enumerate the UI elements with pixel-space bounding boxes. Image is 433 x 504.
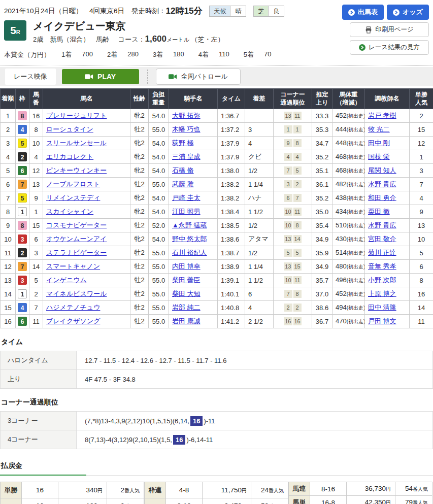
horse-name-cell: スマートキャノン <box>43 260 130 274</box>
jockey-name-link[interactable]: 木幡 巧也 <box>172 125 201 133</box>
win-popularity: 13 <box>410 219 433 232</box>
jockey-name-link[interactable]: 武藤 雅 <box>172 180 194 188</box>
trainer-name-link[interactable]: 牧 光二 <box>368 125 390 133</box>
corner-positions-cell: 98 <box>274 137 312 150</box>
result-row: 1412マイネルビスワール牡255.0柴田 大知1:40.167837.0452… <box>1 287 433 301</box>
trainer-name-link[interactable]: 栗田 徹 <box>368 208 390 215</box>
horse-name-link[interactable]: ノーブルフロスト <box>46 180 100 188</box>
frame-cell: 6 <box>16 315 29 328</box>
trainer-name-link[interactable]: 宮田 敬介 <box>368 235 396 243</box>
result-row: 1547ハジメテノチュウ牡255.0岩部 純二1:40.842238.6494(… <box>1 301 433 315</box>
horse-name-link[interactable]: スカイシャイン <box>46 208 93 215</box>
jockey-name-link[interactable]: 大野 拓弥 <box>172 112 201 119</box>
win-popularity: 16 <box>410 287 433 301</box>
horse-name-link[interactable]: ブレイクザソング <box>46 317 100 325</box>
trainer-name-link[interactable]: 田中 剛 <box>368 139 390 147</box>
jockey-name-link[interactable]: 柴田 善臣 <box>172 276 201 284</box>
payout-popularity-cell: 24番人気 <box>251 482 288 498</box>
horse-name-link[interactable]: オウケンムーンアイ <box>46 235 107 243</box>
horse-name-link[interactable]: コスモナビゲーター <box>46 221 107 229</box>
trainer-name-link[interactable]: 岩戸 孝樹 <box>368 112 396 119</box>
corner-positions-cell: 1011 <box>274 274 312 287</box>
sex-age: 牡2 <box>130 260 149 274</box>
horse-weight: 452 <box>336 112 347 119</box>
jockey-name-link[interactable]: 野中 悠太郎 <box>172 235 207 243</box>
yen-suffix: 円 <box>97 488 103 493</box>
popularity-suffix: 番人気 <box>124 488 140 493</box>
jockey-name-link[interactable]: 荻野 極 <box>172 139 194 147</box>
play-button[interactable]: PLAY <box>62 69 139 84</box>
jockey-name-link[interactable]: 江田 照男 <box>172 208 201 215</box>
trainer-name-link[interactable]: 和田 勇介 <box>368 194 396 201</box>
horse-name-link[interactable]: ハジメテノチュウ <box>46 304 100 311</box>
odds-button[interactable]: オッズ <box>387 5 429 20</box>
payout-amount: 11,750 <box>221 486 242 494</box>
horse-name-link[interactable]: プレサージュリフト <box>46 112 107 119</box>
trainer-cell: 菊川 正達 <box>365 246 410 260</box>
finish-position: 10 <box>1 232 16 246</box>
frame-cell: 5 <box>16 191 29 205</box>
jockey-name-link[interactable]: 石川 裕紀人 <box>172 249 207 256</box>
estimated-last-3f: 34.7 <box>312 137 332 150</box>
jockey-cell: 岩部 純二 <box>169 301 218 315</box>
corner-positions-cell: 32 <box>274 178 312 191</box>
corner-position-badge: 7 <box>284 166 292 175</box>
trainer-name-link[interactable]: 上原 博之 <box>368 290 396 297</box>
table-row: 3コーナー(7,*8)13-4,3,9(2,12)10(1,5,15)(6,14… <box>1 412 433 430</box>
trainer-cell: 国枝 栄 <box>365 150 410 164</box>
win-popularity: 10 <box>410 232 433 246</box>
trainer-name-link[interactable]: 水野 貴広 <box>368 180 396 188</box>
horse-name-link[interactable]: エリカコレクト <box>46 153 93 160</box>
horse-name-link[interactable]: インゲニウム <box>46 276 87 284</box>
horse-name-link[interactable]: スリールサンセール <box>46 139 107 147</box>
corner-position-badge: 1 <box>284 125 292 133</box>
jockey-name-link[interactable]: 岩田 康誠 <box>172 317 201 325</box>
horse-name-link[interactable]: リメインステディ <box>46 194 100 201</box>
horse-name-link[interactable]: ピンキーウィンキー <box>46 166 107 174</box>
bet-type-label: ワイド <box>145 498 166 504</box>
carried-weight: 55.0 <box>149 315 169 328</box>
frame-number-badge: 6 <box>18 317 27 326</box>
trainer-name-link[interactable]: 水野 貴広 <box>368 221 396 229</box>
jockey-name-link[interactable]: 柴田 大知 <box>172 290 201 297</box>
margin: 6 <box>245 287 274 301</box>
results-guide-button[interactable]: レース結果の見方 <box>350 40 429 55</box>
entries-button-label: 出馬表 <box>358 8 378 17</box>
jockey-name-link[interactable]: ▲永野 猛蔵 <box>172 221 207 229</box>
margin: アタマ <box>245 232 274 246</box>
table-row: ハロンタイム 12.7 - 11.5 - 12.4 - 12.6 - 12.7 … <box>1 351 433 370</box>
horse-number: 1 <box>29 205 43 219</box>
jockey-name-link[interactable]: 三浦 皇成 <box>172 153 201 160</box>
win-popularity: 3 <box>410 164 433 178</box>
horse-name-link[interactable]: ステラナビゲーター <box>46 249 107 256</box>
corner-positions-cell: 44 <box>274 150 312 164</box>
finish-time: 1:40.8 <box>218 301 245 315</box>
trainer-name-link[interactable]: 尾関 知人 <box>368 166 396 174</box>
frame-number-badge: 3 <box>18 276 27 285</box>
trainer-name-link[interactable]: 戸田 博文 <box>368 317 396 325</box>
print-page-button[interactable]: 印刷用ページ <box>350 22 429 37</box>
entries-button[interactable]: 出馬表 <box>342 5 384 20</box>
jockey-name-link[interactable]: 岩部 純二 <box>172 304 201 311</box>
table-row: 4コーナー8(7,13)-4(3,12)9(2,10,15)(1,5,16)-6… <box>1 430 433 449</box>
win-popularity: 12 <box>410 137 433 150</box>
patrol-video-button[interactable]: 全周パトロール <box>156 69 241 85</box>
jockey-name-link[interactable]: 石橋 脩 <box>172 166 194 174</box>
jockey-name-link[interactable]: 内田 博幸 <box>172 262 201 270</box>
prize-rank: 3着 <box>153 50 163 59</box>
result-row: 811スカイシャイン牝254.0江田 照男1:38.41 1/2101135.0… <box>1 205 433 219</box>
results-guide-label: レース結果の見方 <box>369 43 420 52</box>
trainer-name-link[interactable]: 国枝 栄 <box>368 153 390 160</box>
trainer-name-link[interactable]: 小野 次郎 <box>368 276 396 284</box>
horse-name-link[interactable]: マイネルビスワール <box>46 290 107 297</box>
horse-name-link[interactable]: ローシュタイン <box>46 125 93 133</box>
horse-name-cell: プレサージュリフト <box>43 109 130 123</box>
trainer-name-link[interactable]: 音無 秀孝 <box>368 262 396 270</box>
jockey-name-link[interactable]: 戸崎 圭太 <box>172 194 201 201</box>
corner-position-badge: 11 <box>293 208 302 216</box>
trainer-name-link[interactable]: 田中 清隆 <box>368 304 396 311</box>
horse-name-link[interactable]: スマートキャノン <box>46 262 100 270</box>
horse-weight-cell: 510(初出走) <box>332 219 365 232</box>
trainer-name-link[interactable]: 菊川 正達 <box>368 249 396 256</box>
horse-weight: 468 <box>336 153 347 160</box>
